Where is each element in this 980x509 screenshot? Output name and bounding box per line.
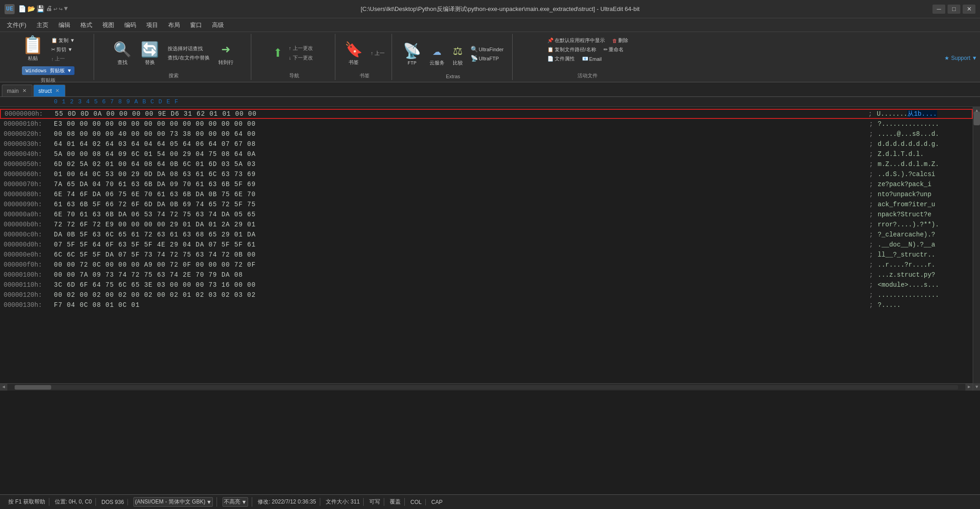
menu-home[interactable]: 主页 <box>32 20 53 30</box>
menu-layout[interactable]: 布局 <box>164 20 185 30</box>
save-icon[interactable]: 💾 <box>37 5 44 13</box>
menu-file[interactable]: 文件(F) <box>2 20 31 30</box>
hex-sep: ; <box>869 119 873 129</box>
tabs-bar: main ✕ struct ✕ <box>0 82 980 97</box>
hex-sep: ; <box>869 290 873 300</box>
hex-addr: 00000010h: <box>4 119 54 129</box>
delete-button[interactable]: 🗑 删除 <box>610 37 630 44</box>
toolbar-extras-section: 📡 FTP ☁ 云服务 ⚖ 比较 🔍 UltraFinder 📡 UltraFT… <box>394 34 513 80</box>
scroll-down-arrow[interactable]: ▼ <box>973 383 980 391</box>
hex-addr: 00000020h: <box>4 129 54 139</box>
tab-struct-close[interactable]: ✕ <box>54 88 60 94</box>
tab-struct[interactable]: struct ✕ <box>33 85 65 96</box>
menu-edit[interactable]: 编辑 <box>54 20 75 30</box>
menu-view[interactable]: 视图 <box>98 20 119 30</box>
nav-up-button[interactable]: ↑ 上一更改 <box>286 44 315 52</box>
find-in-selection-button[interactable]: 按选择对话查找 <box>165 45 212 53</box>
scroll-left-arrow[interactable]: ◄ <box>0 384 7 391</box>
hex-bytes: 61 63 6B 5F 66 72 6F 6D DA 0B 69 74 65 7… <box>54 199 865 209</box>
status-highlight[interactable]: 不高亮 ▼ <box>219 497 252 507</box>
menu-advanced[interactable]: 高级 <box>207 20 228 30</box>
minimize-button[interactable]: ─ <box>932 5 945 14</box>
toolbar-activefile-section: 📌 在默认应用程序中显示 🗑 删除 📋 复制文件路径/名称 ✏ 重命名 <box>514 34 661 80</box>
encoding-dropdown[interactable]: (ANSI/OEM - 简体中文 GBK) ▼ <box>133 497 213 507</box>
hex-sep: ; <box>869 159 873 169</box>
email-button[interactable]: 📧 Email <box>580 55 604 63</box>
find-in-files-button[interactable]: 查找/在文件中替换 <box>165 54 212 62</box>
hex-ascii: .....@...s8...d. <box>878 129 969 139</box>
hex-ascii: nto?unpack?unp <box>878 189 969 199</box>
hex-bytes: 6E 74 6F DA 06 75 6E 70 61 63 6B DA 0B 7… <box>54 189 865 199</box>
copy-button[interactable]: 📋 复制 ▼ <box>49 37 77 44</box>
hex-sep: ; <box>869 189 873 199</box>
cut-label: 剪切 ▼ <box>56 46 73 53</box>
hex-line: 00000090h:61 63 6B 5F 66 72 6F 6D DA 0B … <box>0 199 973 209</box>
search-label: 搜索 <box>169 72 179 80</box>
hex-addr: 000000a0h: <box>4 209 54 220</box>
cloud-button[interactable]: ☁ 云服务 <box>427 39 447 68</box>
bookmark-up-btn[interactable]: ↑ 上一 <box>368 49 387 57</box>
paste-button[interactable]: 📋 粘贴 <box>19 36 46 64</box>
bookmark-label: 书签 <box>349 59 359 66</box>
nav-down-button[interactable]: ↓ 下一更改 <box>286 54 315 62</box>
menu-encoding[interactable]: 编码 <box>120 20 141 30</box>
bookmark-section-label: 书签 <box>360 72 370 80</box>
vertical-scrollbar[interactable]: ▲ ▼ <box>973 107 980 391</box>
status-encoding[interactable]: (ANSI/OEM - 简体中文 GBK) ▼ <box>130 497 217 507</box>
show-in-app-button[interactable]: 📌 在默认应用程序中显示 <box>545 37 607 44</box>
editor-area[interactable]: 00000000h:55 0D 0D 0A 00 00 00 00 9E D6 … <box>0 107 980 391</box>
delete-label: 删除 <box>618 37 628 44</box>
bookmark-button[interactable]: 🔖 书签 <box>342 39 366 68</box>
hex-bytes: F7 04 0C 08 01 0C 01 <box>54 300 865 310</box>
hex-ascii: ?..... <box>878 300 969 310</box>
menu-window[interactable]: 窗口 <box>185 20 207 30</box>
tab-main[interactable]: main ✕ <box>2 85 32 96</box>
ftp-button[interactable]: 📡 FTP <box>400 40 424 68</box>
scrollbar-h-thumb[interactable] <box>15 385 51 390</box>
toolbar-quick-icons: 📄 📂 💾 🖨 ↩ ↪ ▼ <box>18 5 68 13</box>
rename-button[interactable]: ✏ 重命名 <box>601 46 626 54</box>
extra-icon[interactable]: ▼ <box>64 5 68 13</box>
hex-sep: ; <box>869 280 873 290</box>
find-button[interactable]: 🔍 查找 <box>111 39 134 68</box>
scroll-right-arrow[interactable]: ► <box>965 384 973 391</box>
hex-bytes: 7A 65 DA 04 70 61 63 6B DA 09 70 61 63 6… <box>54 179 865 189</box>
up-arrow-small[interactable]: ↑ 上一 <box>49 55 77 63</box>
hex-addr: 000000d0h: <box>4 240 54 250</box>
hex-bytes: 01 00 64 0C 53 00 29 0D DA 08 63 61 6C 6… <box>54 169 865 179</box>
goto-button[interactable]: ➜ 转到行 <box>216 39 236 68</box>
print-icon[interactable]: 🖨 <box>46 5 52 13</box>
ultrafinder-button[interactable]: 🔍 UltraFinder <box>468 45 506 53</box>
title-bar-left: UE 📄 📂 💾 🖨 ↩ ↪ ▼ <box>5 4 68 14</box>
bookmark-icon: 🔖 <box>344 41 363 59</box>
hex-sep: ; <box>869 209 873 220</box>
file-props-button[interactable]: 📄 文件属性 <box>545 55 577 63</box>
hex-bytes: 3C 6D 6F 64 75 6C 65 3E 03 00 00 00 73 1… <box>54 280 865 290</box>
hex-bytes: 5A 00 00 08 64 09 6C 01 54 00 29 04 75 0… <box>54 149 865 159</box>
replace-button[interactable]: 🔄 替换 <box>138 39 162 68</box>
compare-button[interactable]: ⚖ 比较 <box>450 39 466 68</box>
cut-button[interactable]: ✂ 剪切 ▼ <box>49 46 77 54</box>
menu-format[interactable]: 格式 <box>76 20 97 30</box>
ultraftp-button[interactable]: 📡 UltraFTP <box>468 54 506 62</box>
close-button[interactable]: ✕ <box>963 5 975 14</box>
support-area[interactable]: ★ Support ▼ <box>944 53 977 61</box>
open-icon[interactable]: 📂 <box>27 5 35 13</box>
scrollbar-thumb[interactable] <box>974 112 980 125</box>
cloud-icon: ☁ <box>433 41 441 59</box>
horizontal-scrollbar[interactable]: ◄ ► <box>0 383 973 391</box>
maximize-button[interactable]: □ <box>948 5 960 14</box>
hex-addr: 00000080h: <box>4 189 54 199</box>
menu-project[interactable]: 项目 <box>142 20 163 30</box>
tab-main-close[interactable]: ✕ <box>21 88 27 94</box>
toolbar-clipboard-section: 📋 粘贴 📋 复制 ▼ ✂ 剪切 ▼ ↑ 上一 Win <box>3 34 94 80</box>
new-icon[interactable]: 📄 <box>18 5 26 13</box>
find-label: 查找 <box>117 59 127 66</box>
highlight-dropdown[interactable]: 不高亮 ▼ <box>222 497 248 507</box>
nav-label: 导航 <box>289 72 299 80</box>
undo-icon[interactable]: ↩ <box>53 5 57 13</box>
windows-clipboard-btn[interactable]: Windows 剪贴板 ▼ <box>22 66 74 75</box>
redo-icon[interactable]: ↪ <box>58 5 62 13</box>
status-bar: 按 F1 获取帮助 位置: 0H, 0, C0 DOS 936 (ANSI/OE… <box>0 494 980 509</box>
copy-path-button[interactable]: 📋 复制文件路径/名称 <box>545 46 599 54</box>
